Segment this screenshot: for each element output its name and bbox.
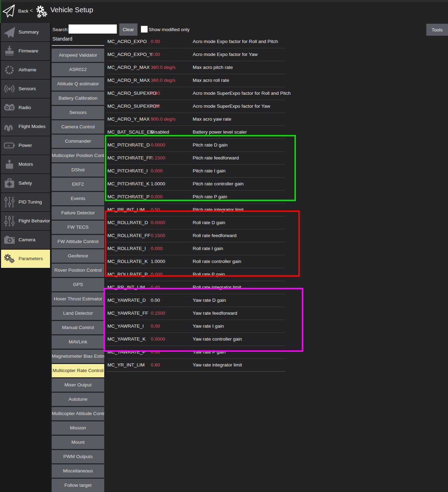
parameter-row[interactable]: MC_YAWRATE_FF 0.1500 Yaw rate feedforwar…: [107, 307, 285, 320]
category-multicopter-position-control[interactable]: Multicopter Position Control: [52, 149, 104, 162]
qgc-paper-plane-logo[interactable]: [2, 3, 15, 19]
category-magnetometer-bias-estimator[interactable]: Magnetometer Bias Estimator: [52, 350, 104, 363]
parameter-row[interactable]: MC_ROLLRATE_I 0.000 Roll rate I gain: [107, 242, 285, 255]
clear-button[interactable]: Clear: [119, 23, 137, 36]
category-asr012[interactable]: ASR012: [52, 63, 104, 76]
category-airspeed-validator[interactable]: Airspeed Validator: [52, 49, 104, 62]
parameter-row[interactable]: MC_PITCHRATE_I 0.000 Pitch rate I gain: [107, 165, 285, 178]
tools-button[interactable]: Tools: [426, 24, 448, 36]
parameter-row[interactable]: MC_PITCHRATE_K 1.0000 Pitch rate control…: [107, 178, 285, 191]
category-mission[interactable]: Mission: [52, 421, 104, 435]
sensors-signal-icon: [3, 83, 16, 95]
sidebar-item-safety[interactable]: Safety: [1, 174, 50, 192]
parameter-value: 0.00: [151, 100, 160, 112]
category-attitude-q-estimator[interactable]: Attitude Q estimator: [52, 77, 104, 91]
category-pwm-outputs[interactable]: PWM Outputs: [52, 450, 104, 463]
category-hover-thrust-estimator[interactable]: Hover Thrust Estimator: [52, 292, 104, 306]
sidebar-item-flight-behavior[interactable]: Flight Behavior: [1, 212, 50, 230]
sidebar-item-radio[interactable]: Radio: [1, 99, 50, 117]
parameter-description: Acro mode Expo factor for Roll and Pitch: [193, 35, 278, 48]
category-multicopter-attitude-control[interactable]: Multicopter Attitude Control: [52, 407, 104, 420]
parameter-name: MC_ROLLRATE_FF: [107, 229, 150, 242]
category-mount[interactable]: Mount: [52, 436, 104, 449]
parameter-description: Roll rate I gain: [193, 242, 223, 255]
breadcrumb-separator: <: [30, 7, 33, 13]
category-sensors[interactable]: Sensors: [52, 106, 104, 119]
category-camera-control[interactable]: Camera Control: [52, 120, 104, 134]
sidebar-item-camera[interactable]: Camera: [1, 231, 50, 249]
parameter-row[interactable]: MC_ACRO_SUPEXPO 0.00 Acro mode SuperExpo…: [107, 87, 285, 100]
sidebar-item-flight-modes[interactable]: Flight Modes: [1, 117, 50, 136]
parameter-row[interactable]: MC_YAWRATE_K 0.0000 Yaw rate controller …: [107, 333, 285, 346]
category-ekf2[interactable]: EKF2: [52, 178, 104, 191]
parameter-description: Roll rate controller gain: [193, 255, 241, 268]
parameter-name: MC_PITCHRATE_K: [107, 178, 150, 190]
parameter-row[interactable]: MC_YAWRATE_I 0.00 Yaw rate I gain: [107, 320, 285, 333]
sidebar-item-summary[interactable]: Summary: [1, 23, 50, 41]
sidebar-item-parameters[interactable]: Parameters: [1, 250, 50, 268]
parameter-row[interactable]: MC_PR_INT_LIM 0.50 Pitch rate integrator…: [107, 204, 285, 216]
parameter-value: 0.00: [151, 346, 160, 358]
sidebar-item-motors[interactable]: Motors: [1, 155, 50, 173]
parameter-row[interactable]: MC_ACRO_R_MAX 360.0 deg/s Max acro roll …: [107, 74, 285, 87]
parameter-row[interactable]: MC_YAWRATE_D 0.00 Yaw rate D gain: [107, 294, 285, 307]
parameter-row[interactable]: MC_YR_INT_LIM 0.60 Yaw rate integrator l…: [107, 359, 285, 372]
sidebar-item-power[interactable]: Power: [1, 136, 50, 155]
category-geofence[interactable]: Geofence: [52, 249, 104, 263]
parameter-row[interactable]: MC_ROLLRATE_D 0.0000 Roll rate D gain: [107, 216, 285, 229]
motor-icon: [3, 158, 16, 171]
parameter-description: Battery power level scaler: [193, 126, 247, 138]
parameter-row[interactable]: MC_ROLLRATE_K 1.0000 Roll rate controlle…: [107, 255, 285, 268]
parameter-row[interactable]: MC_ACRO_P_MAX 360.0 deg/s Max acro pitch…: [107, 61, 285, 74]
parameter-name: MC_YAWRATE_D: [107, 294, 146, 306]
category-autotune[interactable]: Autotune: [52, 393, 104, 406]
parameter-name: MC_YAWRATE_I: [107, 320, 144, 332]
category-dshot[interactable]: DShot: [52, 163, 104, 177]
page-title: Vehicle Setup: [50, 6, 93, 14]
parameter-name: MC_RR_INT_LIM: [107, 281, 145, 293]
category-gps[interactable]: GPS: [52, 278, 104, 291]
parameter-row[interactable]: MC_ROLLRATE_P 0.000 Roll rate P gain: [107, 268, 285, 281]
category-fw-attitude-control[interactable]: FW Attitude Control: [52, 235, 104, 248]
category-land-detector[interactable]: Land Detector: [52, 307, 104, 320]
sidebar-item-firmware[interactable]: Firmware: [1, 42, 50, 60]
parameter-row[interactable]: MC_PITCHRATE_D 0.0000 Pitch rate D gain: [107, 139, 285, 152]
category-manual-control[interactable]: Manual Control: [52, 321, 104, 334]
category-mixer-output[interactable]: Mixer Output: [52, 378, 104, 392]
sidebar-item-sensors[interactable]: Sensors: [1, 80, 50, 98]
parameter-value: 0.00: [151, 320, 160, 332]
parameter-row[interactable]: MC_YAWRATE_P 0.00 Yaw rate P gain: [107, 346, 285, 359]
gears-icon: [3, 252, 16, 265]
header-bar: Back < Vehicle Setup: [0, 0, 448, 23]
parameter-description: Pitch rate controller gain: [193, 178, 244, 190]
back-button[interactable]: Back: [18, 8, 28, 14]
sidebar-item-airframe[interactable]: Airframe: [1, 61, 50, 79]
category-fw-tecs[interactable]: FW TECS: [52, 221, 104, 234]
parameter-row[interactable]: MC_ROLLRATE_FF 0.1500 Roll rate feedforw…: [107, 229, 285, 242]
airframe-dots-icon: [3, 64, 16, 76]
category-mavlink[interactable]: MAVLink: [52, 335, 104, 349]
category-multicopter-rate-control[interactable]: Multicopter Rate Control: [52, 364, 104, 377]
parameter-name: MC_ACRO_R_MAX: [107, 74, 150, 86]
category-events[interactable]: Events: [52, 192, 104, 205]
paper-plane-icon: [3, 26, 16, 38]
parameter-row[interactable]: MC_RR_INT_LIM 0.40 Roll rate integrator …: [107, 281, 285, 294]
parameter-row[interactable]: MC_ACRO_EXPO 0.00 Acro mode Expo factor …: [107, 35, 285, 48]
parameter-row[interactable]: MC_BAT_SCALE_EN Disabled Battery power l…: [107, 126, 285, 139]
show-modified-checkbox[interactable]: [141, 26, 148, 33]
category-commander[interactable]: Commander: [52, 135, 104, 148]
search-input[interactable]: [69, 24, 117, 34]
category-rover-position-control[interactable]: Rover Position Control: [52, 264, 104, 277]
parameter-row[interactable]: MC_ACRO_SUPEXPOY 0.00 Acro mode SuperExp…: [107, 100, 285, 113]
category-battery-calibration[interactable]: Battery Calibration: [52, 92, 104, 105]
sidebar-item-pid-tuning[interactable]: PID Tuning: [1, 193, 50, 211]
parameter-row[interactable]: MC_PITCHRATE_P 0.000 Pitch rate P gain: [107, 191, 285, 204]
sliders-alt-icon: [3, 215, 16, 227]
parameter-row[interactable]: MC_ACRO_EXPO_Y 0.00 Acro mode Expo facto…: [107, 48, 285, 61]
parameter-row[interactable]: MC_ACRO_Y_MAX 900.0 deg/s Max acro yaw r…: [107, 113, 285, 126]
category-miscellaneous[interactable]: Miscellaneous: [52, 464, 104, 478]
sidebar-item-label: Motors: [19, 155, 33, 173]
category-follow-target[interactable]: Follow target: [52, 479, 104, 492]
parameter-row[interactable]: MC_PITCHRATE_FF 0.1500 Pitch rate feedfo…: [107, 152, 285, 165]
category-failure-detector[interactable]: Failure Detector: [52, 206, 104, 220]
